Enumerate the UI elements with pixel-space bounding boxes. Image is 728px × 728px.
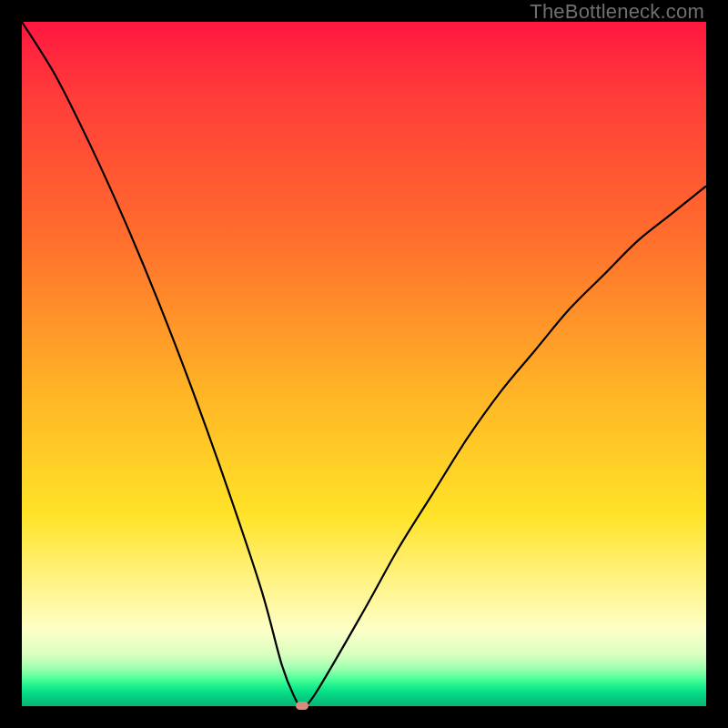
minimum-marker xyxy=(296,702,308,710)
chart-frame: TheBottleneck.com xyxy=(0,0,728,728)
watermark-text: TheBottleneck.com xyxy=(530,0,704,24)
plot-area xyxy=(22,22,706,706)
